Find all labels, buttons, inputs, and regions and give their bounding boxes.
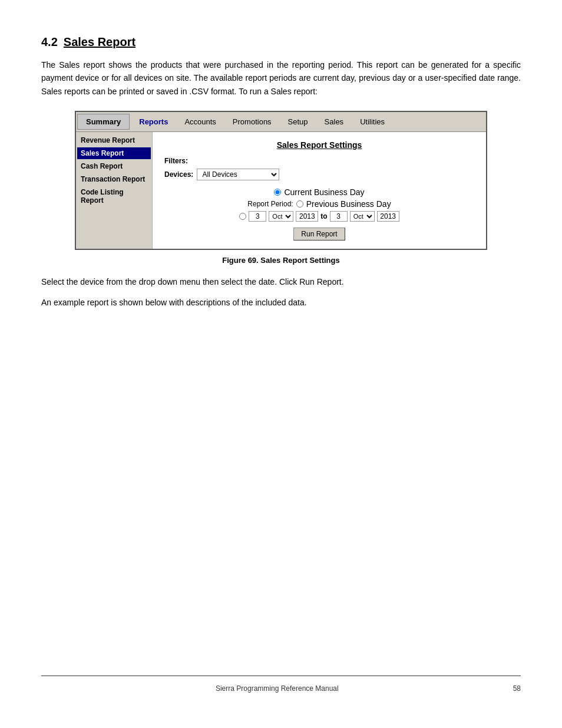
filters-label: Filters: xyxy=(164,157,474,165)
date-from-month[interactable]: Oct xyxy=(269,211,293,222)
figure-caption: Figure 69. Sales Report Settings xyxy=(41,256,521,265)
page-container: 4.2 Sales Report The Sales report shows … xyxy=(0,0,562,728)
nav-promotions[interactable]: Promotions xyxy=(224,114,280,129)
nav-summary[interactable]: Summary xyxy=(77,114,130,130)
report-period-label: Report Period: xyxy=(247,200,293,208)
sidebar-sales-report[interactable]: Sales Report xyxy=(77,147,151,159)
date-range-row: Oct to Oct xyxy=(164,211,474,222)
sidebar-transaction-report[interactable]: Transaction Report xyxy=(77,173,151,185)
ui-content-area: Revenue Report Sales Report Cash Report … xyxy=(76,132,486,249)
nav-setup[interactable]: Setup xyxy=(280,114,316,129)
radio-previous[interactable] xyxy=(296,200,303,207)
filter-row: Devices: All Devices xyxy=(164,169,474,180)
sidebar-revenue-report[interactable]: Revenue Report xyxy=(77,134,151,146)
devices-label: Devices: xyxy=(164,170,193,179)
radio-previous-row: Report Period: Previous Business Day xyxy=(164,199,474,209)
section-title: Sales Report xyxy=(64,35,135,49)
section-heading: 4.2 Sales Report xyxy=(41,35,521,49)
nav-bar: Summary Reports Accounts Promotions Setu… xyxy=(76,112,486,132)
date-to-label: to xyxy=(320,212,327,220)
devices-select[interactable]: All Devices xyxy=(197,169,279,180)
nav-reports[interactable]: Reports xyxy=(131,114,176,129)
nav-accounts[interactable]: Accounts xyxy=(176,114,224,129)
radio-custom-date[interactable] xyxy=(239,213,246,220)
footer-page: 58 xyxy=(513,684,521,693)
date-from-day[interactable] xyxy=(249,211,266,222)
intro-paragraph: The Sales report shows the products that… xyxy=(41,58,521,98)
page-footer: Sierra Programming Reference Manual 58 xyxy=(41,676,521,693)
date-to-month[interactable]: Oct xyxy=(350,211,375,222)
sidebar: Revenue Report Sales Report Cash Report … xyxy=(76,132,153,249)
run-report-button[interactable]: Run Report xyxy=(293,228,345,241)
section-number: 4.2 xyxy=(41,35,58,49)
date-from-year[interactable] xyxy=(296,211,318,222)
date-to-year[interactable] xyxy=(377,211,399,222)
radio-current-row: Current Business Day xyxy=(164,187,474,197)
sidebar-cash-report[interactable]: Cash Report xyxy=(77,160,151,172)
nav-utilities[interactable]: Utilities xyxy=(352,114,393,129)
date-to-day[interactable] xyxy=(330,211,348,222)
nav-sales[interactable]: Sales xyxy=(316,114,352,129)
after-paragraph-1: Select the device from the drop down men… xyxy=(41,275,521,288)
main-panel: Sales Report Settings Filters: Devices: … xyxy=(153,132,486,249)
ui-screenshot: Summary Reports Accounts Promotions Setu… xyxy=(75,111,487,250)
footer-center: Sierra Programming Reference Manual xyxy=(216,684,339,693)
panel-title: Sales Report Settings xyxy=(164,140,474,150)
after-paragraph-2: An example report is shown below with de… xyxy=(41,296,521,309)
radio-current[interactable] xyxy=(274,189,281,196)
sidebar-code-listing-report[interactable]: Code Listing Report xyxy=(77,186,151,206)
radio-previous-label: Previous Business Day xyxy=(306,199,391,209)
radio-current-label: Current Business Day xyxy=(284,187,364,197)
